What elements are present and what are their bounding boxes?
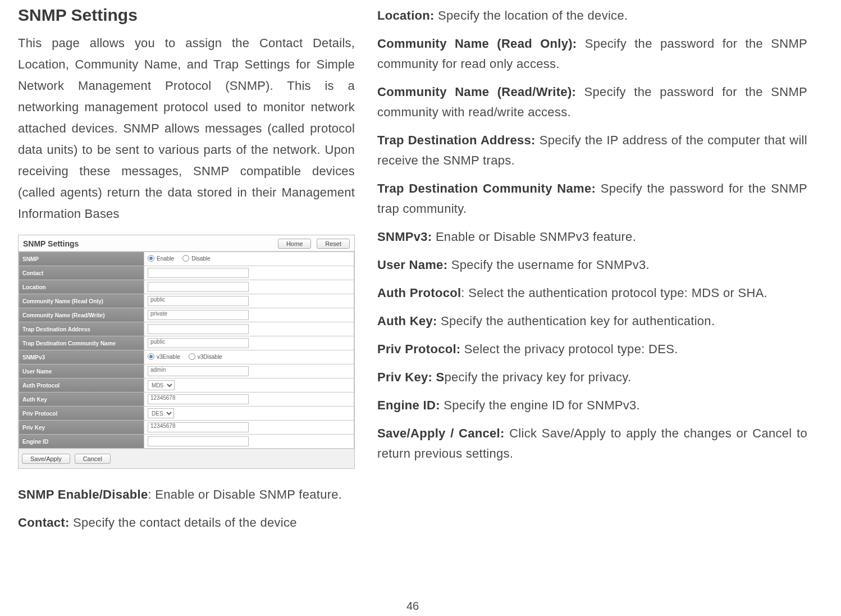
- def-text: Specify the contact details of the devic…: [70, 515, 297, 530]
- label-auth-protocol: Auth Protocol: [19, 378, 144, 393]
- v3-disable-option[interactable]: v3Disable: [189, 353, 222, 360]
- v3enable-label: v3Enable: [157, 354, 180, 360]
- two-column-layout: SNMP Settings This page allows you to as…: [18, 6, 807, 600]
- def-priv-key: Priv Key: Specify the privacy key for pr…: [377, 367, 807, 387]
- def-text: Specify the authentication key for authe…: [437, 314, 715, 328]
- label-priv-key: Priv Key: [19, 421, 144, 435]
- enable-label: Enable: [157, 255, 174, 262]
- screenshot-header: SNMP Settings Home Reset: [19, 235, 354, 252]
- trap-dest-comm-input[interactable]: public: [148, 338, 249, 348]
- snmp-disable-option[interactable]: Disable: [182, 255, 210, 262]
- def-label: Engine ID:: [377, 398, 440, 412]
- def-text: Specify the location of the device.: [435, 8, 628, 22]
- def-label: Community Name (Read/Write):: [377, 85, 576, 99]
- label-community-ro: Community Name (Read Only): [19, 294, 144, 308]
- def-username: User Name: Specify the username for SNMP…: [377, 255, 807, 275]
- def-label: Auth Protocol: [377, 286, 461, 300]
- username-input[interactable]: admin: [148, 366, 249, 376]
- def-auth-key: Auth Key: Specify the authentication key…: [377, 311, 807, 331]
- label-snmpv3: SNMPv3: [19, 350, 144, 364]
- def-community-ro: Community Name (Read Only): Specify the …: [377, 34, 807, 74]
- screenshot-header-buttons: Home Reset: [278, 239, 350, 249]
- label-auth-key: Auth Key: [19, 393, 144, 407]
- def-label: SNMPv3:: [377, 230, 432, 244]
- radio-on-icon: [148, 353, 154, 360]
- label-community-rw: Community Name (Read/Write): [19, 308, 144, 322]
- screenshot-footer: Save/Apply Cancel: [19, 449, 354, 465]
- intro-paragraph: This page allows you to assign the Conta…: [18, 33, 355, 225]
- contact-input[interactable]: [148, 268, 249, 278]
- value-snmp: Enable Disable: [144, 252, 354, 266]
- def-label: Community Name (Read Only):: [377, 36, 577, 51]
- def-label: Contact:: [18, 515, 70, 530]
- snmp-settings-screenshot: SNMP Settings Home Reset SNMP Enable Dis…: [18, 235, 355, 469]
- def-text: : Enable or Disable SNMP feature.: [148, 487, 342, 501]
- label-contact: Contact: [19, 266, 144, 280]
- engine-id-input[interactable]: [148, 436, 249, 446]
- row-priv-key: Priv Key12345678: [19, 421, 354, 435]
- community-ro-input[interactable]: public: [148, 296, 249, 306]
- row-engine-id: Engine ID: [19, 435, 354, 449]
- cancel-button[interactable]: Cancel: [75, 454, 111, 464]
- page-number: 46: [18, 600, 807, 616]
- def-label: SNMP Enable/Disable: [18, 487, 148, 501]
- def-save-cancel: Save/Apply / Cancel: Click Save/Apply to…: [377, 423, 807, 464]
- radio-off-icon: [189, 353, 195, 360]
- def-trap-dest-addr: Trap Destination Address: Specify the IP…: [377, 130, 807, 171]
- def-location: Location: Specify the location of the de…: [377, 6, 807, 26]
- label-snmp: SNMP: [19, 252, 144, 266]
- def-snmp-enable: SNMP Enable/Disable: Enable or Disable S…: [18, 485, 355, 505]
- def-snmpv3: SNMPv3: Enable or Disable SNMPv3 feature…: [377, 227, 807, 247]
- home-button[interactable]: Home: [278, 239, 311, 249]
- row-snmp: SNMP Enable Disable: [19, 252, 354, 266]
- label-trap-dest-comm: Trap Destination Community Name: [19, 336, 144, 350]
- auth-protocol-select[interactable]: MD5: [148, 380, 175, 390]
- section-heading: SNMP Settings: [18, 6, 355, 25]
- row-community-ro: Community Name (Read Only)public: [19, 294, 354, 308]
- save-apply-button[interactable]: Save/Apply: [22, 454, 70, 464]
- def-label: Auth Key:: [377, 314, 437, 328]
- label-username: User Name: [19, 364, 144, 378]
- auth-key-input[interactable]: 12345678: [148, 394, 249, 404]
- community-rw-input[interactable]: private: [148, 310, 249, 320]
- def-contact: Contact: Specify the contact details of …: [18, 513, 355, 533]
- label-priv-protocol: Priv Protocol: [19, 407, 144, 421]
- def-text: pecify the privacy key for privacy.: [444, 370, 631, 384]
- row-snmpv3: SNMPv3 v3Enable v3Disable: [19, 350, 354, 364]
- value-snmpv3: v3Enable v3Disable: [144, 350, 354, 364]
- settings-table: SNMP Enable Disable Contact Location Com…: [19, 252, 354, 449]
- row-auth-protocol: Auth ProtocolMD5: [19, 378, 354, 393]
- screenshot-title: SNMP Settings: [23, 239, 79, 248]
- reset-button[interactable]: Reset: [317, 239, 350, 249]
- row-username: User Nameadmin: [19, 364, 354, 378]
- def-text: Specify the username for SNMPv3.: [447, 258, 650, 272]
- radio-off-icon: [182, 255, 189, 262]
- def-label: Trap Destination Address:: [377, 133, 536, 147]
- row-priv-protocol: Priv ProtocolDES: [19, 407, 354, 421]
- row-location: Location: [19, 280, 354, 294]
- def-label: Save/Apply / Cancel:: [377, 426, 505, 440]
- priv-key-input[interactable]: 12345678: [148, 422, 249, 432]
- row-trap-dest-comm: Trap Destination Community Namepublic: [19, 336, 354, 350]
- def-priv-protocol: Priv Protocol: Select the privacy protoc…: [377, 339, 807, 359]
- snmp-enable-option[interactable]: Enable: [148, 255, 174, 262]
- document-page: SNMP Settings This page allows you to as…: [0, 0, 841, 616]
- label-engine-id: Engine ID: [19, 435, 144, 449]
- def-label: Location:: [377, 8, 435, 22]
- def-label: Priv Protocol:: [377, 342, 460, 356]
- def-text: Select the privacy protocol type: DES.: [460, 342, 678, 356]
- row-community-rw: Community Name (Read/Write)private: [19, 308, 354, 322]
- v3disable-label: v3Disable: [198, 354, 222, 360]
- row-auth-key: Auth Key12345678: [19, 393, 354, 407]
- row-contact: Contact: [19, 266, 354, 280]
- def-engine-id: Engine ID: Specify the engine ID for SNM…: [377, 395, 807, 416]
- priv-protocol-select[interactable]: DES: [148, 408, 174, 418]
- location-input[interactable]: [148, 282, 249, 292]
- right-column: Location: Specify the location of the de…: [377, 6, 807, 600]
- def-label: User Name:: [377, 258, 447, 272]
- def-text: : Select the authentication protocol typ…: [461, 286, 767, 300]
- row-trap-dest-addr: Trap Destination Address: [19, 322, 354, 336]
- trap-dest-addr-input[interactable]: [148, 324, 249, 334]
- def-text: Specify the engine ID for SNMPv3.: [440, 398, 640, 412]
- v3-enable-option[interactable]: v3Enable: [148, 353, 180, 360]
